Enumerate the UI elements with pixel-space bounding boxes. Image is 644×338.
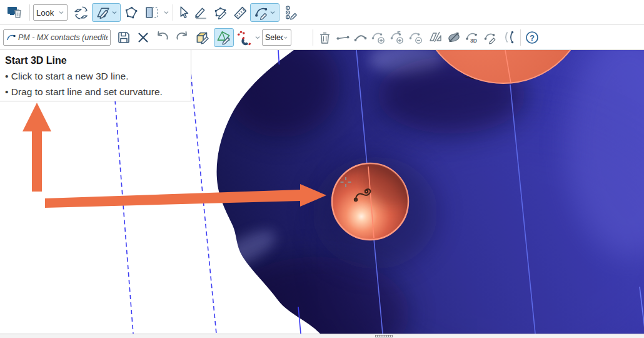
- plane-split-icon: [428, 30, 443, 45]
- select-mode-dropdown[interactable]: Select: [262, 29, 291, 46]
- straight-segment-button[interactable]: [334, 28, 351, 47]
- dataset-value: PM - MX contacts (unedite: [18, 33, 108, 42]
- pencil-line-icon: [193, 5, 209, 21]
- arc-icon: [353, 31, 368, 44]
- mesh-pencil-icon: [216, 29, 232, 46]
- curve-3d-button[interactable]: 3D: [463, 28, 481, 47]
- chevron-down-icon: [269, 10, 276, 15]
- split-curve-button[interactable]: [501, 28, 518, 47]
- edit-on-mesh-button[interactable]: [214, 28, 234, 47]
- bottom-splitter-bar: [0, 334, 644, 338]
- add-point-button[interactable]: [370, 28, 388, 47]
- chevron-down-icon: [163, 10, 169, 15]
- points-pencil-icon: [283, 5, 299, 21]
- svg-text:?: ?: [530, 34, 535, 43]
- ruler-icon: [233, 5, 248, 21]
- snap-magnet-dropdown[interactable]: [254, 28, 261, 47]
- redo-button[interactable]: [173, 28, 191, 47]
- trash-icon: [318, 30, 332, 45]
- remove-point-button[interactable]: [407, 28, 425, 47]
- select-label: Select: [265, 33, 283, 42]
- arc-segment-button[interactable]: [351, 28, 369, 47]
- clip-region-button[interactable]: [142, 3, 162, 22]
- insert-point-button[interactable]: [388, 28, 406, 47]
- look-label: Look: [36, 8, 54, 18]
- orient-plane-icon: [74, 5, 89, 21]
- edit-curve-button[interactable]: [482, 28, 500, 47]
- tool-hint-bullet-1: • Click to start a new 3D line.: [5, 68, 191, 84]
- magnet-icon: [237, 29, 253, 46]
- cube-pencil-icon: [194, 29, 211, 46]
- sketch-line-button[interactable]: [191, 3, 211, 22]
- curve-pencil-icon: [254, 5, 269, 21]
- isocurve-dashed-1: [115, 100, 133, 334]
- look-dropdown[interactable]: Look: [33, 4, 68, 21]
- sketch-plane-pencil-icon: [96, 5, 111, 21]
- undo-button[interactable]: [153, 28, 172, 47]
- dataset-combo[interactable]: PM - MX contacts (unedite: [3, 29, 111, 46]
- monitor-trash-icon: [6, 4, 24, 21]
- curve-insert-point-icon: [390, 30, 405, 45]
- curve-pencil-gray-icon: [483, 30, 499, 45]
- measure-ruler-button[interactable]: [231, 3, 249, 22]
- splitter-grip[interactable]: [375, 335, 393, 337]
- clip-region-icon: [144, 5, 160, 21]
- svg-text:3D: 3D: [470, 38, 477, 44]
- snap-magnet-button[interactable]: [236, 28, 254, 47]
- edit-polygon-button[interactable]: [211, 3, 231, 22]
- select-arrow-button[interactable]: [175, 3, 191, 22]
- separator: [29, 4, 30, 21]
- toolbar-edit: PM - MX contacts (unedite: [0, 25, 644, 49]
- rotate-disc-button[interactable]: [445, 28, 463, 47]
- app-window: { "toolbar_primary": { "look_label": "Lo…: [0, 0, 644, 338]
- help-button[interactable]: ?: [523, 28, 541, 47]
- edit-on-solid-button[interactable]: [193, 28, 213, 47]
- separator: [173, 4, 173, 21]
- tool-hint-bullet-2: • Drag to start line and set curvature.: [5, 84, 191, 100]
- x-icon: [136, 31, 150, 44]
- chevron-down-icon: [58, 10, 64, 15]
- delete-line-button[interactable]: [316, 28, 333, 47]
- curve-remove-point-icon: [408, 30, 424, 45]
- help-icon: ?: [525, 30, 540, 45]
- viewport-delete-button[interactable]: [4, 3, 26, 22]
- save-icon: [116, 30, 131, 45]
- chevron-down-icon: [111, 10, 118, 15]
- annotation-arrow-up: [23, 103, 51, 192]
- polygon-points-icon: [124, 5, 139, 21]
- sketch-plane-button[interactable]: [427, 28, 444, 47]
- sketch-plane-edit-button[interactable]: [92, 3, 121, 22]
- chevron-down-icon: [283, 35, 288, 40]
- polygon-pencil-icon: [213, 5, 229, 21]
- curve-brackets-icon: [502, 30, 518, 45]
- curve-icon: [6, 33, 16, 42]
- cursor-arrow-icon: [176, 6, 191, 20]
- redo-icon: [174, 30, 190, 45]
- orient-sketch-plane-button[interactable]: [72, 3, 91, 22]
- draw-3d-line-button[interactable]: [250, 3, 279, 22]
- undo-icon: [154, 30, 171, 45]
- clip-region-dropdown[interactable]: [162, 3, 171, 22]
- toolbar-primary: Look: [0, 0, 644, 25]
- line-segment-icon: [335, 31, 351, 44]
- separator: [313, 29, 313, 46]
- chevron-down-icon: [254, 35, 261, 40]
- edit-points-button[interactable]: [281, 3, 300, 22]
- separator: [520, 29, 521, 46]
- polygon-points-button[interactable]: [122, 3, 141, 22]
- tool-hint-panel: Start 3D Line • Click to start a new 3D …: [0, 50, 191, 101]
- curve-3d-icon: 3D: [465, 30, 481, 45]
- tool-hint-title: Start 3D Line: [5, 53, 191, 68]
- save-button[interactable]: [114, 28, 133, 47]
- curve-add-point-icon: [371, 30, 386, 45]
- disc-arrow-icon: [446, 30, 462, 45]
- delete-selection-button[interactable]: [134, 28, 152, 47]
